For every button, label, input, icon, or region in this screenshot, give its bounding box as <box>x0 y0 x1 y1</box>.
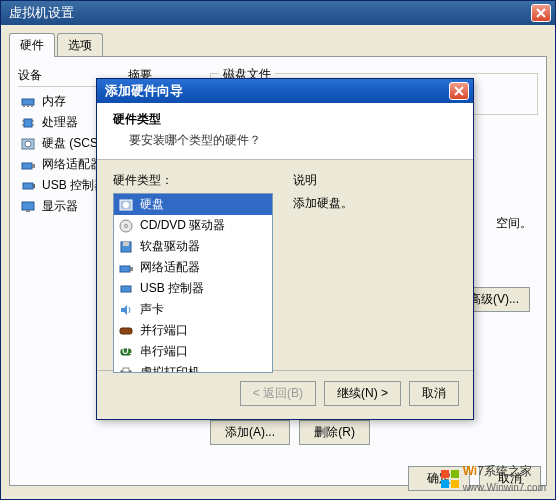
svg-rect-35 <box>451 480 459 488</box>
svg-rect-12 <box>32 164 35 168</box>
wizard-header: 硬件类型 要安装哪个类型的硬件？ <box>97 103 473 160</box>
svg-rect-34 <box>441 480 449 488</box>
printer-icon <box>118 365 134 374</box>
tab-options[interactable]: 选项 <box>57 33 103 57</box>
hw-label: CD/DVD 驱动器 <box>140 217 225 234</box>
description-label: 说明 <box>293 172 457 189</box>
parent-close-button[interactable] <box>531 4 551 22</box>
svg-point-18 <box>123 202 129 208</box>
wizard-cancel-button[interactable]: 取消 <box>409 381 459 406</box>
tab-hardware[interactable]: 硬件 <box>9 33 55 57</box>
hw-label: 硬盘 <box>140 196 164 213</box>
disk-icon <box>20 136 36 152</box>
memory-icon <box>20 94 36 110</box>
wizard-title: 添加硬件向导 <box>101 82 449 100</box>
svg-rect-32 <box>441 470 449 478</box>
hw-item-printer[interactable]: 虚拟打印机 <box>114 362 272 373</box>
hw-label: 网络适配器 <box>140 259 200 276</box>
hw-item-floppy[interactable]: 软盘驱动器 <box>114 236 272 257</box>
svg-rect-4 <box>24 119 32 127</box>
watermark-text: Wi7系统之家 www.Winwin7.com <box>463 463 546 494</box>
hw-item-usb[interactable]: USB 控制器 <box>114 278 272 299</box>
hw-item-parallel[interactable]: 并行端口 <box>114 320 272 341</box>
wizard-footer: < 返回(B) 继续(N) > 取消 <box>97 370 473 416</box>
watermark: Wi7系统之家 www.Winwin7.com <box>441 463 546 494</box>
svg-rect-23 <box>120 266 130 272</box>
svg-rect-30 <box>123 368 129 372</box>
svg-rect-16 <box>26 210 30 212</box>
description-text: 添加硬盘。 <box>293 195 457 212</box>
add-hardware-wizard: 添加硬件向导 硬件类型 要安装哪个类型的硬件？ 硬件类型： 硬盘 CD/DVD … <box>96 78 474 420</box>
svg-text:010: 010 <box>122 344 134 357</box>
parent-title: 虚拟机设置 <box>5 4 531 22</box>
wizard-header-sub: 要安装哪个类型的硬件？ <box>113 132 457 149</box>
wizard-right: 说明 添加硬盘。 <box>293 172 457 358</box>
svg-rect-14 <box>33 184 35 188</box>
hardware-type-list[interactable]: 硬盘 CD/DVD 驱动器 软盘驱动器 网络适配器 USB 控制器 <box>113 193 273 373</box>
svg-point-10 <box>25 141 31 147</box>
svg-point-20 <box>125 224 128 227</box>
display-icon <box>20 199 36 215</box>
hw-label: USB 控制器 <box>140 280 204 297</box>
wizard-body: 硬件类型： 硬盘 CD/DVD 驱动器 软盘驱动器 网络适配器 <box>97 160 473 370</box>
wizard-close-button[interactable] <box>449 82 469 100</box>
hw-item-cddvd[interactable]: CD/DVD 驱动器 <box>114 215 272 236</box>
svg-rect-24 <box>130 267 133 271</box>
hw-list-label: 硬件类型： <box>113 172 273 189</box>
usb-icon <box>20 178 36 194</box>
svg-rect-13 <box>23 183 33 189</box>
nic-icon <box>20 157 36 173</box>
windows-logo-icon <box>441 470 459 488</box>
device-label: 处理器 <box>42 114 78 131</box>
add-remove-buttons: 添加(A)... 删除(R) <box>210 420 376 445</box>
wizard-titlebar: 添加硬件向导 <box>97 79 473 103</box>
disk-icon <box>118 197 134 213</box>
back-button: < 返回(B) <box>240 381 316 406</box>
hw-label: 声卡 <box>140 301 164 318</box>
svg-rect-3 <box>31 105 33 107</box>
svg-rect-2 <box>27 105 29 107</box>
device-label: 内存 <box>42 93 66 110</box>
svg-rect-0 <box>22 99 34 105</box>
svg-rect-25 <box>121 286 131 292</box>
hw-item-disk[interactable]: 硬盘 <box>114 194 272 215</box>
hw-label: 软盘驱动器 <box>140 238 200 255</box>
tabs: 硬件 选项 <box>9 33 547 57</box>
sound-icon <box>118 302 134 318</box>
next-button[interactable]: 继续(N) > <box>324 381 401 406</box>
parent-titlebar: 虚拟机设置 <box>1 1 555 25</box>
svg-rect-26 <box>120 328 132 334</box>
hw-label: 虚拟打印机 <box>140 364 200 373</box>
cpu-icon <box>20 115 36 131</box>
parallel-icon <box>118 323 134 339</box>
usb-icon <box>118 281 134 297</box>
hw-item-sound[interactable]: 声卡 <box>114 299 272 320</box>
svg-rect-11 <box>22 163 32 169</box>
serial-icon: 010 <box>118 344 134 360</box>
nic-icon <box>118 260 134 276</box>
add-button[interactable]: 添加(A)... <box>210 420 290 445</box>
device-label: 显示器 <box>42 198 78 215</box>
hw-item-nic[interactable]: 网络适配器 <box>114 257 272 278</box>
device-label: 网络适配器 <box>42 156 102 173</box>
svg-rect-15 <box>22 202 34 210</box>
hw-item-serial[interactable]: 010 串行端口 <box>114 341 272 362</box>
remove-button[interactable]: 删除(R) <box>299 420 370 445</box>
svg-rect-22 <box>123 242 129 246</box>
hw-label: 串行端口 <box>140 343 188 360</box>
wizard-header-title: 硬件类型 <box>113 111 457 128</box>
hw-label: 并行端口 <box>140 322 188 339</box>
cd-icon <box>118 218 134 234</box>
truncated-text: 空间。 <box>496 215 532 232</box>
wizard-left: 硬件类型： 硬盘 CD/DVD 驱动器 软盘驱动器 网络适配器 <box>113 172 273 358</box>
floppy-icon <box>118 239 134 255</box>
svg-rect-1 <box>23 105 25 107</box>
svg-rect-33 <box>451 470 459 478</box>
